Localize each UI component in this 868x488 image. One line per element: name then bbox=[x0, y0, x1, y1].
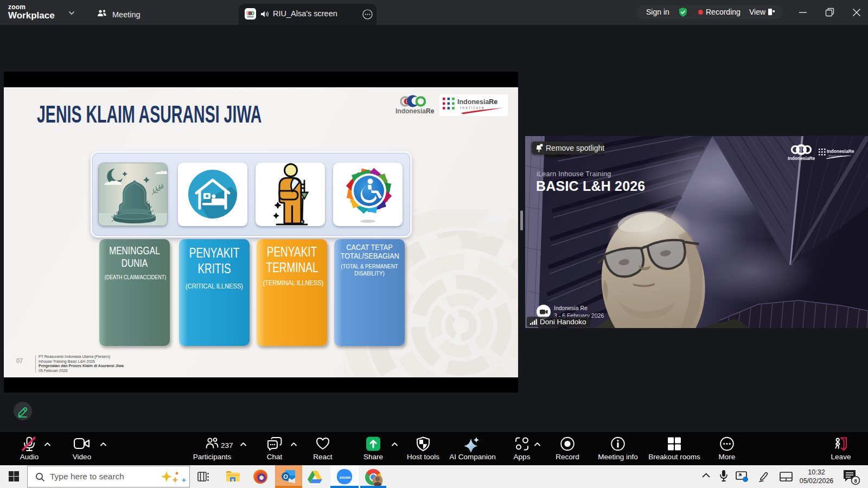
svg-text:IndonesiaRe: IndonesiaRe bbox=[788, 156, 815, 161]
svg-text:zoom: zoom bbox=[340, 475, 351, 480]
svg-text:IndonesiaRe: IndonesiaRe bbox=[827, 149, 854, 154]
svg-text:8: 8 bbox=[854, 478, 857, 484]
svg-text:O: O bbox=[283, 473, 288, 480]
svg-text:IndonesiaRe: IndonesiaRe bbox=[457, 98, 497, 106]
svg-text:IndonesiaRe: IndonesiaRe bbox=[395, 107, 435, 115]
svg-text:Institute: Institute bbox=[460, 106, 485, 110]
